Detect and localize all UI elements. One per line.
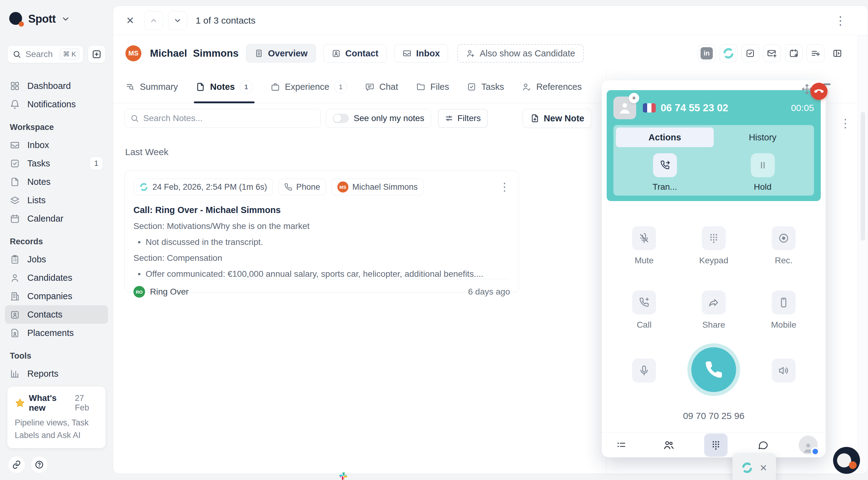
phone-solid-icon xyxy=(704,360,723,380)
ringover-button[interactable] xyxy=(719,44,737,62)
call-button[interactable] xyxy=(691,347,736,392)
tab-summary[interactable]: Summary xyxy=(125,71,178,103)
filters-button[interactable]: Filters xyxy=(438,109,487,128)
note-person-chip[interactable]: MS Michael Simmons xyxy=(332,179,424,195)
ringover-icon xyxy=(741,461,753,474)
keypad-button[interactable] xyxy=(702,226,726,250)
note-timestamp-chip[interactable]: 24 Feb, 2026, 2:54 PM (1m 6s) xyxy=(133,179,273,195)
details-kebab-icon[interactable]: ⋮ xyxy=(839,118,851,129)
contact-button[interactable]: Contact xyxy=(323,44,387,63)
sidebar-item-inbox[interactable]: Inbox xyxy=(5,136,108,154)
contact-card-icon xyxy=(332,49,341,58)
call-widget[interactable]: + 06 74 55 23 02 00:05 Actions History T… xyxy=(602,80,826,457)
tab-label: References xyxy=(536,82,582,92)
user-avatar[interactable] xyxy=(799,436,818,454)
quick-add-button[interactable] xyxy=(88,45,105,63)
keypad-label: Keypad xyxy=(699,256,728,265)
chat-launcher-button[interactable] xyxy=(833,447,860,474)
note-line: Offer communicated: €100,000 annual sala… xyxy=(146,269,484,279)
tab-actions[interactable]: Actions xyxy=(616,128,714,147)
transfer-label: Tran... xyxy=(653,182,677,192)
tab-notes[interactable]: Notes 1 xyxy=(196,71,253,103)
microphone-button[interactable] xyxy=(632,359,656,383)
note-person: Michael Simmons xyxy=(352,182,418,192)
new-note-button[interactable]: New Note xyxy=(523,109,592,128)
check-square-icon xyxy=(467,82,476,92)
smartphone-icon xyxy=(778,297,789,308)
sidebar-item-companies[interactable]: Companies xyxy=(5,287,108,305)
notes-toolbar: Search Notes... See only my notes Filter… xyxy=(125,109,592,128)
sidebar-item-calendar[interactable]: Calendar xyxy=(5,210,108,228)
sidebar-item-candidates[interactable]: Candidates xyxy=(5,268,108,287)
speaker-button[interactable] xyxy=(772,359,796,383)
contact-label: Contact xyxy=(345,49,378,59)
note-channel-chip[interactable]: Phone xyxy=(279,179,326,195)
linkedin-button[interactable]: in xyxy=(698,44,716,62)
sidebar-item-jobs[interactable]: Jobs xyxy=(5,250,108,268)
schedule-meeting-button[interactable] xyxy=(785,44,803,62)
also-show-as-candidate-button[interactable]: Also show as Candidate xyxy=(457,44,584,63)
phone-down-icon xyxy=(813,85,825,97)
help-button[interactable] xyxy=(31,456,48,473)
add-task-button[interactable] xyxy=(741,44,759,62)
toggle-label: See only my notes xyxy=(354,114,424,123)
scrollbar-thumb[interactable] xyxy=(861,112,865,241)
copy-link-button[interactable] xyxy=(8,456,25,473)
search-input[interactable]: Search ⌘ K xyxy=(7,45,84,63)
inbox-button[interactable]: Inbox xyxy=(394,44,448,63)
dialer-tab-button[interactable] xyxy=(704,434,727,457)
compose-email-button[interactable] xyxy=(763,44,781,62)
add-contact-badge[interactable]: + xyxy=(629,93,639,103)
prev-contact-button[interactable] xyxy=(144,11,163,30)
share-button[interactable] xyxy=(702,291,726,315)
close-icon[interactable]: ✕ xyxy=(126,15,134,26)
app-logo[interactable]: Spott xyxy=(5,10,108,28)
sidebar-item-label: Tasks xyxy=(27,158,50,168)
sidebar-item-contacts[interactable]: Contacts xyxy=(5,305,108,324)
collapse-panel-button[interactable] xyxy=(829,44,846,62)
next-contact-button[interactable] xyxy=(168,11,187,30)
scrollbar-track[interactable] xyxy=(858,35,868,474)
sidebar-item-placements[interactable]: Placements xyxy=(5,324,108,342)
note-card[interactable]: 24 Feb, 2026, 2:54 PM (1m 6s) Phone MS M… xyxy=(125,170,519,292)
tab-files[interactable]: Files xyxy=(416,71,449,103)
ringover-mini-popup[interactable]: ✕ xyxy=(733,453,776,480)
close-icon[interactable]: ✕ xyxy=(760,462,767,473)
toggle-switch[interactable] xyxy=(333,114,349,123)
contacts-button[interactable] xyxy=(657,434,680,457)
tab-history[interactable]: History xyxy=(714,128,812,147)
bullet-glyph: • xyxy=(138,269,141,279)
sidebar-item-lists[interactable]: Lists xyxy=(5,191,108,210)
chevron-up-icon xyxy=(149,16,158,25)
caller-avatar[interactable]: + xyxy=(613,97,636,119)
tab-experience[interactable]: Experience 1 xyxy=(271,71,347,103)
tab-label: Experience xyxy=(285,82,330,92)
kebab-menu-icon[interactable]: ⋮ xyxy=(835,15,846,26)
hang-up-button[interactable] xyxy=(810,83,828,100)
star-icon xyxy=(15,398,25,408)
note-kebab-icon[interactable]: ⋮ xyxy=(499,182,510,192)
tab-chat[interactable]: Chat xyxy=(365,71,398,103)
record-button[interactable] xyxy=(772,226,796,250)
add-to-list-button[interactable] xyxy=(807,44,825,62)
file-user-icon xyxy=(10,328,20,338)
sidebar-item-notifications[interactable]: Notifications xyxy=(5,95,108,114)
ringover-icon xyxy=(139,182,149,192)
tab-references[interactable]: References xyxy=(522,71,582,103)
mobile-button[interactable] xyxy=(772,291,796,315)
see-only-my-notes-toggle[interactable]: See only my notes xyxy=(326,109,431,128)
plus-square-icon xyxy=(92,50,101,59)
sidebar-item-tasks[interactable]: Tasks 1 xyxy=(5,154,108,172)
transfer-button[interactable]: Tran... xyxy=(616,153,714,192)
new-call-button[interactable] xyxy=(632,291,656,315)
tab-tasks[interactable]: Tasks xyxy=(467,71,504,103)
sidebar-item-dashboard[interactable]: Dashboard xyxy=(5,76,108,95)
sidebar-item-reports[interactable]: Reports xyxy=(5,364,108,383)
hold-button[interactable]: Hold xyxy=(714,153,812,192)
sidebar-item-notes[interactable]: Notes xyxy=(5,172,108,191)
overview-button[interactable]: Overview xyxy=(246,44,316,63)
activity-list-button[interactable] xyxy=(610,434,633,457)
notes-search-input[interactable]: Search Notes... xyxy=(125,109,321,128)
mute-button[interactable] xyxy=(632,226,656,250)
whats-new-card[interactable]: What's new 27 Feb Pipeline views, Task L… xyxy=(7,386,105,448)
